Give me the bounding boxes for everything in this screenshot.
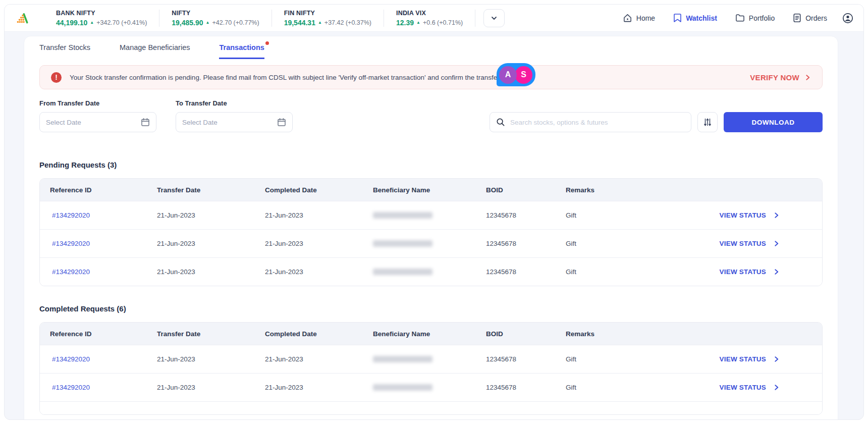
nav-orders[interactable]: Orders (793, 13, 827, 23)
view-status-link[interactable]: VIEW STATUS (720, 384, 766, 391)
column-header: Completed Date (255, 186, 363, 194)
main-nav: Home Watchlist Portfolio Orders (623, 13, 827, 23)
transfer-date-cell: 21-Jun-2023 (147, 240, 255, 247)
completed-date-cell: 21-Jun-2023 (255, 268, 363, 276)
top-header: BANK NIFTY 44,199.10 ▲ +342.70 (+0.41%) … (5, 5, 863, 32)
sort-filter-button[interactable] (697, 112, 718, 132)
search-input[interactable] (510, 119, 685, 126)
transfer-date-cell: 21-Jun-2023 (147, 384, 255, 391)
broker-logo[interactable] (15, 11, 30, 26)
index-change: +0.6 (+0.71%) (423, 19, 463, 26)
transfer-date-cell: 21-Jun-2023 (147, 355, 255, 363)
calendar-icon (141, 118, 150, 127)
presence-avatars: A S (497, 63, 535, 86)
app-frame: BANK NIFTY 44,199.10 ▲ +342.70 (+0.41%) … (4, 4, 864, 420)
home-icon (623, 13, 632, 23)
row-action-cell: VIEW STATUS (642, 240, 822, 247)
remarks-cell: Gift (556, 211, 642, 219)
chevron-right-icon[interactable] (773, 269, 780, 275)
up-triangle-icon: ▲ (318, 21, 322, 25)
download-button[interactable]: DOWNLOAD (724, 112, 823, 132)
remarks-cell: Gift (556, 268, 642, 276)
index-name: NIFTY (172, 10, 259, 17)
view-status-link[interactable]: VIEW STATUS (720, 211, 766, 219)
chevron-right-icon[interactable] (773, 384, 780, 391)
column-header: BOID (476, 330, 556, 338)
transfer-date-cell: 21-Jun-2023 (147, 268, 255, 276)
boid-cell: 12345678 (476, 211, 556, 219)
index-ticker[interactable]: INDIA VIX 12.39 ▲ +0.6 (+0.71%) (384, 10, 475, 27)
pending-confirmation-banner: ! Your Stock transfer confirmation is pe… (39, 65, 823, 89)
content-card: Transfer Stocks Manage Beneficiaries Tra… (24, 36, 838, 420)
table-body: #134292020 21-Jun-2023 21-Jun-2023 12345… (40, 345, 822, 401)
beneficiary-cell (363, 384, 476, 391)
completed-requests-table: Reference IDTransfer DateCompleted DateB… (39, 322, 823, 415)
completed-date-cell: 21-Jun-2023 (255, 240, 363, 247)
up-triangle-icon: ▲ (90, 21, 94, 25)
table-toolbar: DOWNLOAD (490, 112, 823, 132)
boid-cell: 12345678 (476, 384, 556, 391)
table-row-partial (40, 401, 822, 414)
column-header: Reference ID (40, 330, 147, 338)
avatar: A (499, 66, 517, 84)
chevron-right-icon[interactable] (773, 212, 780, 219)
index-change: +37.42 (+0.37%) (324, 19, 371, 26)
reference-id-link[interactable]: #134292020 (40, 268, 147, 276)
chevron-right-icon[interactable] (773, 356, 780, 362)
up-triangle-icon: ▲ (416, 21, 420, 25)
index-value: 12.39 (396, 19, 414, 27)
filters-row: From Transfer Date Select Date To Transf… (39, 99, 823, 132)
nav-label: Home (636, 14, 655, 22)
column-header: Remarks (556, 186, 642, 194)
nav-watchlist[interactable]: Watchlist (673, 13, 717, 23)
column-header: Completed Date (255, 330, 363, 338)
verify-now-button[interactable]: VERIFY NOW (750, 73, 811, 82)
chevron-right-icon[interactable] (773, 240, 780, 247)
index-ticker[interactable]: FIN NIFTY 19,544.31 ▲ +37.42 (+0.37%) (272, 10, 384, 27)
nav-home[interactable]: Home (623, 13, 655, 23)
table-row: #134292020 21-Jun-2023 21-Jun-2023 12345… (40, 345, 822, 373)
orders-document-icon (793, 13, 801, 23)
avatar: S (515, 66, 532, 84)
to-date-group: To Transfer Date Select Date (176, 99, 293, 132)
tab-transactions[interactable]: Transactions (219, 43, 264, 59)
index-value: 19,485.90 (172, 19, 203, 27)
index-name: BANK NIFTY (56, 10, 147, 17)
nav-portfolio[interactable]: Portfolio (735, 14, 775, 22)
transfer-date-cell: 21-Jun-2023 (147, 211, 255, 219)
boid-cell: 12345678 (476, 240, 556, 247)
column-header: Remarks (556, 330, 642, 338)
to-date-picker[interactable]: Select Date (176, 112, 293, 132)
from-date-picker[interactable]: Select Date (39, 112, 156, 132)
alert-icon: ! (51, 72, 62, 83)
beneficiary-redacted (373, 240, 432, 247)
from-date-label: From Transfer Date (39, 99, 156, 107)
index-value: 19,544.31 (284, 19, 315, 27)
beneficiary-cell (363, 356, 476, 362)
search-icon (496, 118, 505, 127)
to-date-label: To Transfer Date (176, 99, 293, 107)
tab-manage-beneficiaries[interactable]: Manage Beneficiaries (120, 43, 190, 59)
ticker-expand-button[interactable] (483, 9, 505, 27)
nav-label: Orders (805, 14, 827, 22)
reference-id-link[interactable]: #134292020 (40, 355, 147, 363)
view-status-link[interactable]: VIEW STATUS (720, 240, 766, 247)
pending-requests-title: Pending Requests (3) (39, 161, 823, 169)
profile-menu[interactable] (842, 13, 853, 24)
sort-sliders-icon (703, 118, 712, 127)
row-action-cell: VIEW STATUS (642, 268, 822, 276)
index-ticker[interactable]: NIFTY 19,485.90 ▲ +42.70 (+0.77%) (159, 10, 272, 27)
beneficiary-cell (363, 240, 476, 247)
view-status-link[interactable]: VIEW STATUS (720, 355, 766, 363)
completed-requests-title: Completed Requests (6) (39, 304, 823, 313)
chevron-right-icon (804, 74, 811, 81)
remarks-cell: Gift (556, 384, 642, 391)
reference-id-link[interactable]: #134292020 (40, 240, 147, 247)
search-box (490, 112, 691, 132)
reference-id-link[interactable]: #134292020 (40, 384, 147, 391)
index-ticker[interactable]: BANK NIFTY 44,199.10 ▲ +342.70 (+0.41%) (44, 10, 159, 27)
row-action-cell: VIEW STATUS (642, 355, 822, 363)
tab-transfer-stocks[interactable]: Transfer Stocks (39, 43, 90, 59)
reference-id-link[interactable]: #134292020 (40, 211, 147, 219)
view-status-link[interactable]: VIEW STATUS (720, 268, 766, 276)
